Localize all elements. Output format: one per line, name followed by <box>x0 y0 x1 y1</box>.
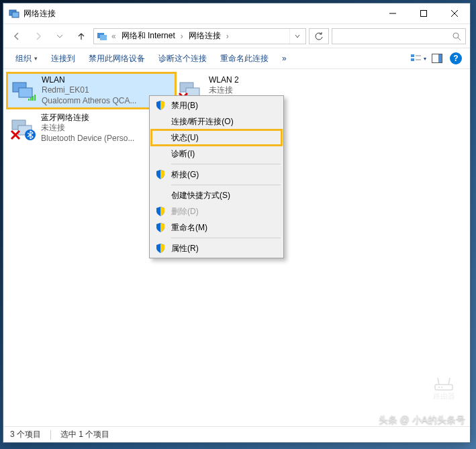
connection-device: Bluetooth Device (Perso... <box>41 134 134 144</box>
context-menu-item[interactable]: 桥接(G) <box>151 166 282 183</box>
context-menu-label: 连接/断开连接(O) <box>171 116 234 128</box>
location-icon <box>97 31 107 42</box>
context-menu-item[interactable]: 禁用(B) <box>151 97 282 113</box>
up-button[interactable] <box>72 27 91 46</box>
context-menu-item[interactable]: 重命名(M) <box>151 219 282 236</box>
toolbar-overflow[interactable]: » <box>275 48 293 68</box>
svg-rect-1 <box>12 12 19 17</box>
maximize-button[interactable] <box>408 3 439 23</box>
selection-count: 选中 1 个项目 <box>60 429 109 440</box>
context-menu-separator <box>171 164 281 164</box>
context-menu-label: 属性(R) <box>171 243 199 254</box>
connection-name: WLAN 2 <box>209 75 267 86</box>
uac-shield-icon <box>155 243 166 254</box>
connection-name: 蓝牙网络连接 <box>41 113 134 123</box>
back-button[interactable] <box>7 27 26 46</box>
context-menu-label: 状态(U) <box>171 132 199 144</box>
preview-pane-button[interactable] <box>428 50 446 67</box>
connection-name: WLAN <box>42 75 136 86</box>
context-menu-item[interactable]: 诊断(I) <box>151 146 282 162</box>
svg-line-33 <box>448 378 450 385</box>
recent-button[interactable] <box>50 27 69 46</box>
svg-rect-21 <box>34 95 36 101</box>
context-menu-item[interactable]: 状态(U) <box>151 130 282 146</box>
context-menu-label: 删除(D) <box>171 206 199 217</box>
context-menu-separator <box>171 238 281 238</box>
uac-shield-icon <box>155 169 166 180</box>
context-menu-label: 诊断(I) <box>171 148 195 160</box>
svg-rect-11 <box>411 58 414 61</box>
context-menu-item[interactable]: 创建快捷方式(S) <box>151 187 282 203</box>
connect-to-button[interactable]: 连接到 <box>44 48 82 68</box>
svg-rect-3 <box>421 11 427 17</box>
svg-line-9 <box>458 38 461 40</box>
router-badge: 路由器 <box>421 366 467 411</box>
svg-point-35 <box>441 387 442 388</box>
context-menu: 禁用(B)连接/断开连接(O)状态(U)诊断(I)桥接(G)创建快捷方式(S)删… <box>149 95 284 258</box>
help-button[interactable]: ? <box>447 50 465 67</box>
context-menu-label: 创建快捷方式(S) <box>171 190 230 201</box>
app-icon <box>9 8 19 19</box>
connection-device: Qualcomm Atheros QCA... <box>42 96 136 107</box>
breadcrumb-prefix: « <box>110 32 117 41</box>
context-menu-item[interactable]: 属性(R) <box>151 240 282 256</box>
status-bar: 3 个项目 选中 1 个项目 <box>3 426 470 442</box>
rename-button[interactable]: 重命名此连接 <box>213 48 275 68</box>
organize-menu[interactable]: 组织▾ <box>9 48 44 68</box>
titlebar: 网络连接 <box>3 3 470 23</box>
refresh-button[interactable] <box>309 28 329 44</box>
breadcrumb-item[interactable]: 网络和 Internet <box>119 29 178 44</box>
bluetooth-disabled-icon <box>10 115 37 142</box>
uac-shield-icon <box>155 100 166 111</box>
close-button[interactable] <box>439 3 470 23</box>
search-input[interactable] <box>332 28 466 44</box>
context-menu-label: 重命名(M) <box>171 222 207 234</box>
svg-rect-10 <box>411 54 414 57</box>
svg-rect-7 <box>100 35 107 40</box>
connection-status: 未连接 <box>41 123 134 134</box>
toolbar: 组织▾ 连接到 禁用此网络设备 诊断这个连接 重命名此连接 » ▾ ? <box>3 48 470 69</box>
context-menu-label: 禁用(B) <box>171 100 198 111</box>
help-icon: ? <box>450 52 462 64</box>
item-count: 3 个项目 <box>10 429 41 440</box>
address-bar: « 网络和 Internet › 网络连接 › <box>3 23 470 48</box>
view-options-button[interactable]: ▾ <box>410 50 427 67</box>
watermark: 头条 @ 小A的头条号 <box>379 414 465 426</box>
minimize-button[interactable] <box>377 3 408 23</box>
context-menu-label: 桥接(G) <box>171 169 199 181</box>
context-menu-item: 删除(D) <box>151 203 282 219</box>
breadcrumb-item[interactable]: 网络连接 <box>186 29 224 44</box>
svg-rect-18 <box>28 99 30 101</box>
svg-rect-19 <box>30 97 32 101</box>
uac-shield-icon <box>155 222 166 233</box>
breadcrumb[interactable]: « 网络和 Internet › 网络连接 › <box>93 28 306 44</box>
context-menu-separator <box>171 185 281 185</box>
chevron-right-icon: › <box>225 32 230 41</box>
diagnose-button[interactable]: 诊断这个连接 <box>152 48 213 68</box>
search-icon <box>452 32 461 41</box>
breadcrumb-dropdown[interactable] <box>289 29 304 44</box>
context-menu-item[interactable]: 连接/断开连接(O) <box>151 113 282 130</box>
connection-status: Redmi_EK01 <box>42 85 136 96</box>
chevron-right-icon: › <box>179 32 185 41</box>
forward-button[interactable] <box>29 27 48 46</box>
svg-point-8 <box>453 33 459 38</box>
svg-rect-31 <box>435 385 453 390</box>
uac-shield-icon <box>155 206 166 217</box>
svg-rect-20 <box>32 96 34 101</box>
disable-device-button[interactable]: 禁用此网络设备 <box>82 48 152 68</box>
svg-rect-15 <box>438 54 442 62</box>
wifi-connected-icon <box>11 77 38 104</box>
connection-status: 未连接 <box>209 85 267 96</box>
svg-rect-17 <box>19 88 32 97</box>
svg-line-32 <box>438 378 439 385</box>
window-title: 网络连接 <box>23 8 377 19</box>
svg-point-34 <box>438 387 440 388</box>
